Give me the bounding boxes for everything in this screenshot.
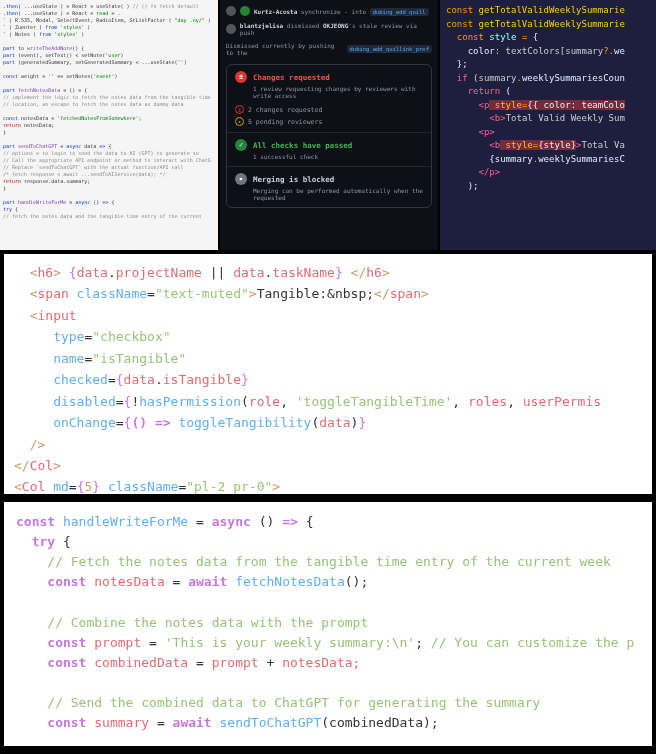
check-title: All checks have passed xyxy=(253,141,352,150)
check-changes-requested[interactable]: ± Changes requested 1 review requesting … xyxy=(227,65,431,133)
check-merge-blocked[interactable]: ⚬ Merging is blocked Merging can be perf… xyxy=(227,167,431,207)
code-line xyxy=(3,66,215,73)
code-line: ` | Notes ( from 'styles' ) xyxy=(3,31,215,38)
dismiss-reason: Dismissed currently by pushing to the du… xyxy=(226,42,432,56)
code-line xyxy=(3,136,215,143)
branch-badge[interactable]: dubing_add_quillink_pref xyxy=(347,45,432,53)
code-line: .then( ...useState ) = React = useState(… xyxy=(3,3,215,10)
code-line: // location, an escape to fetch the note… xyxy=(3,101,215,108)
merge-blocked-icon: ⚬ xyxy=(235,173,247,185)
check-subline: 2 changes requested xyxy=(248,106,322,114)
code-line xyxy=(3,38,215,45)
avatar xyxy=(226,24,236,34)
pending-icon: • xyxy=(235,117,244,126)
code-line xyxy=(3,108,215,115)
code-line: const notesData = 'fetchedNotesFromSomew… xyxy=(3,115,215,122)
panel-light-code: .then( ...useState ) = React = useState(… xyxy=(0,0,218,250)
username[interactable]: blantzjelisa xyxy=(240,22,283,29)
code-line: // Call the appropriate API endpoint or … xyxy=(3,157,215,164)
bottom-code-block: const handleWriteForMe = async () => { t… xyxy=(0,498,656,750)
middle-code-block: <h6> {data.projectName || data.taskName}… xyxy=(0,250,656,498)
check-subtitle: 1 review requesting changes by reviewers… xyxy=(253,85,423,99)
check-title: Merging is blocked xyxy=(253,175,334,184)
code-line: return notesData; xyxy=(3,122,215,129)
code-line: } xyxy=(3,129,215,136)
avatar xyxy=(240,6,250,16)
code-line: // Replace `sendToChatGPT` with the actu… xyxy=(3,164,215,171)
code-line: } xyxy=(3,185,215,192)
code-line: /* fetch response < await ...sendToAISer… xyxy=(3,171,215,178)
check-title: Changes requested xyxy=(253,73,330,82)
change-count-icon: ± xyxy=(235,105,244,114)
code-line xyxy=(3,80,215,87)
commit-event: Kurtz-Acosta synchronize - into dubing_a… xyxy=(226,6,432,16)
code-line xyxy=(3,192,215,199)
code-line: // implement the logic to fetch the note… xyxy=(3,94,215,101)
check-subtitle: 1 successful check xyxy=(253,153,423,160)
branch-badge[interactable]: dubing_add_quill xyxy=(370,8,429,16)
changes-requested-icon: ± xyxy=(235,71,247,83)
code-line: // fetch the notes data and the tangible… xyxy=(3,213,215,220)
panel-github-checks: Kurtz-Acosta synchronize - into dubing_a… xyxy=(220,0,438,250)
code-line: part (generatedSummary, setGeneratedSumm… xyxy=(3,59,215,66)
code-line: try { xyxy=(3,206,215,213)
code-line: part handleWriteForMe = async () => { xyxy=(3,199,215,206)
username[interactable]: OKJEONG xyxy=(323,22,348,29)
check-subtitle: Merging can be performed automatically w… xyxy=(253,187,423,201)
code-line: part (event), setText() < setNote('user) xyxy=(3,52,215,59)
code-line: part fetchNotesData = () = { xyxy=(3,87,215,94)
panel-dark-code: const getTotalValidWeeklySummarie const … xyxy=(440,0,656,250)
top-row: .then( ...useState ) = React = useState(… xyxy=(0,0,656,250)
code-line: return response.data.summary; xyxy=(3,178,215,185)
code-line: .then( ...useState ) = React = read = . xyxy=(3,10,215,17)
dismiss-event: blantzjelisa dismissed OKJEONG's stale r… xyxy=(226,22,432,36)
code-line: const weight = '' == setNotes('event') xyxy=(3,73,215,80)
code-line: ` | Zuenter ( from 'styles' ) xyxy=(3,24,215,31)
check-subline: 5 pending reviewers xyxy=(248,118,322,126)
code-line: // options = to login to send the data t… xyxy=(3,150,215,157)
check-pass-icon: ✓ xyxy=(235,139,247,151)
username[interactable]: Kurtz-Acosta xyxy=(254,8,297,15)
avatar xyxy=(226,6,236,16)
code-line: part to writeTheAddNote() { xyxy=(3,45,215,52)
check-all-passed[interactable]: ✓ All checks have passed 1 successful ch… xyxy=(227,133,431,167)
code-line: part sendToChatGPT = async data => { xyxy=(3,143,215,150)
code-line: ` | R.535, Modal, SelectEvent, RadioItem… xyxy=(3,17,215,24)
checks-block: ± Changes requested 1 review requesting … xyxy=(226,64,432,208)
